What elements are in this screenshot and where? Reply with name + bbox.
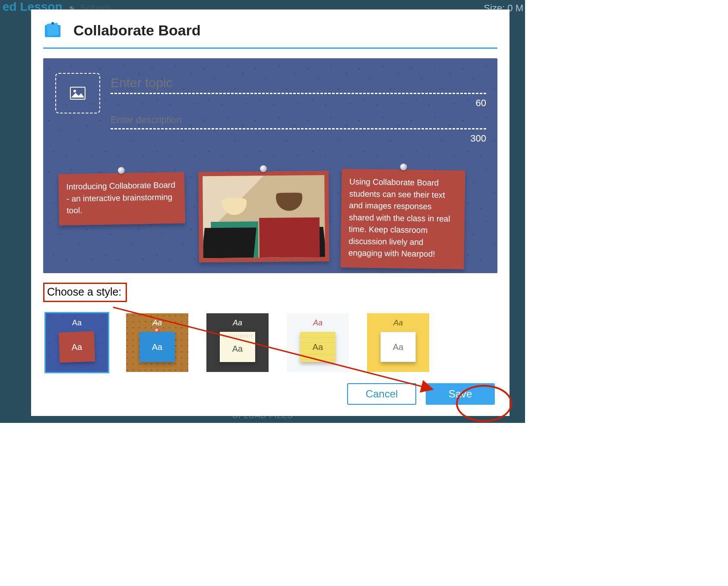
style-bg-sample: Aa — [393, 318, 403, 328]
save-button[interactable]: Save — [426, 383, 495, 405]
topic-field-row: 60 — [111, 76, 486, 94]
pin-icon — [155, 328, 159, 333]
collaborate-board-icon — [43, 20, 62, 41]
image-dropzone[interactable] — [55, 73, 100, 113]
sample-note-1-text: Introducing Collaborate Board - an inter… — [66, 180, 175, 215]
style-note-sample: Aa — [380, 332, 416, 362]
style-note-sample: Aa — [59, 331, 95, 363]
style-bg-sample: Aa — [152, 318, 162, 328]
sample-note-3-text: Using Collaborate Board students can see… — [348, 177, 450, 258]
pin-icon — [118, 167, 125, 174]
pin-icon — [400, 164, 407, 170]
style-note-sample: Aa — [300, 332, 336, 362]
collaborate-board-modal: Collaborate Board 60 300 Introducing Col… — [31, 9, 510, 416]
svg-point-2 — [51, 22, 54, 25]
style-option-2[interactable]: Aa Aa — [126, 313, 188, 372]
style-note-sample: Aa — [139, 332, 175, 362]
sample-note-1: Introducing Collaborate Board - an inter… — [58, 172, 185, 225]
cancel-button[interactable]: Cancel — [347, 383, 416, 405]
description-input[interactable] — [111, 114, 486, 129]
description-field-row: 300 — [111, 114, 486, 129]
svg-rect-1 — [47, 23, 59, 36]
choose-style-label: Choose a style: — [43, 283, 127, 302]
style-bg-sample: Aa — [72, 318, 82, 328]
style-note-sample: Aa — [220, 332, 255, 362]
board-preview: 60 300 Introducing Collaborate Board - a… — [43, 58, 497, 273]
modal-title: Collaborate Board — [73, 22, 201, 39]
topic-char-limit: 60 — [476, 98, 486, 109]
description-char-limit: 300 — [470, 133, 486, 144]
style-option-1[interactable]: Aa Aa — [46, 313, 108, 372]
svg-point-4 — [73, 90, 76, 92]
style-option-5[interactable]: Aa Aa — [367, 313, 429, 372]
style-bg-sample: Aa — [313, 318, 323, 328]
pin-icon — [260, 165, 267, 172]
modal-footer: Cancel Save — [43, 383, 497, 405]
style-bg-sample: Aa — [233, 318, 242, 328]
style-option-3[interactable]: Aa Aa — [206, 313, 269, 372]
image-icon — [70, 87, 85, 100]
style-options-row: Aa Aa Aa Aa Aa Aa Aa Aa Aa — [43, 313, 497, 372]
choose-style-section: Choose a style: — [43, 283, 497, 302]
modal-header: Collaborate Board — [43, 20, 497, 49]
sample-note-2-image — [198, 171, 329, 263]
sample-note-3: Using Collaborate Board students can see… — [340, 169, 465, 269]
topic-input[interactable] — [111, 76, 486, 94]
style-option-4[interactable]: Aa Aa — [287, 313, 349, 372]
students-photo — [203, 175, 325, 258]
